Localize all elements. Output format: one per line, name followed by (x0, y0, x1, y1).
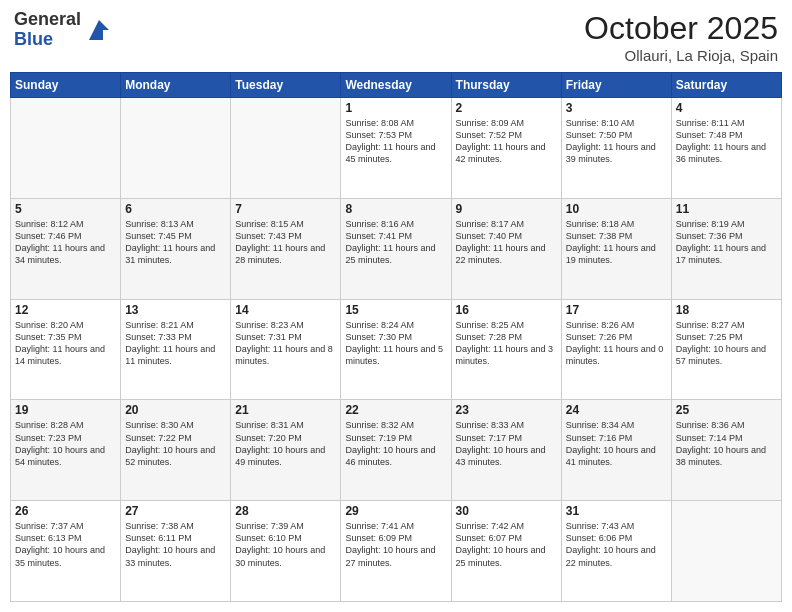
day-number: 21 (235, 403, 336, 417)
logo: General Blue (14, 10, 113, 50)
logo-icon (85, 16, 113, 44)
day-info: Sunrise: 8:34 AM Sunset: 7:16 PM Dayligh… (566, 419, 667, 468)
calendar-header-sunday: Sunday (11, 73, 121, 98)
page: General Blue October 2025 Ollauri, La Ri… (0, 0, 792, 612)
day-number: 22 (345, 403, 446, 417)
day-info: Sunrise: 8:19 AM Sunset: 7:36 PM Dayligh… (676, 218, 777, 267)
svg-marker-0 (89, 20, 109, 40)
calendar-cell: 31Sunrise: 7:43 AM Sunset: 6:06 PM Dayli… (561, 501, 671, 602)
day-info: Sunrise: 8:28 AM Sunset: 7:23 PM Dayligh… (15, 419, 116, 468)
calendar-cell: 26Sunrise: 7:37 AM Sunset: 6:13 PM Dayli… (11, 501, 121, 602)
calendar-cell: 17Sunrise: 8:26 AM Sunset: 7:26 PM Dayli… (561, 299, 671, 400)
calendar-week-row: 19Sunrise: 8:28 AM Sunset: 7:23 PM Dayli… (11, 400, 782, 501)
calendar-header-monday: Monday (121, 73, 231, 98)
calendar-cell: 9Sunrise: 8:17 AM Sunset: 7:40 PM Daylig… (451, 198, 561, 299)
day-number: 11 (676, 202, 777, 216)
calendar-week-row: 5Sunrise: 8:12 AM Sunset: 7:46 PM Daylig… (11, 198, 782, 299)
calendar-cell: 28Sunrise: 7:39 AM Sunset: 6:10 PM Dayli… (231, 501, 341, 602)
day-info: Sunrise: 7:42 AM Sunset: 6:07 PM Dayligh… (456, 520, 557, 569)
day-info: Sunrise: 8:08 AM Sunset: 7:53 PM Dayligh… (345, 117, 446, 166)
day-info: Sunrise: 8:09 AM Sunset: 7:52 PM Dayligh… (456, 117, 557, 166)
day-info: Sunrise: 8:24 AM Sunset: 7:30 PM Dayligh… (345, 319, 446, 368)
logo-general-text: General (14, 10, 81, 30)
day-info: Sunrise: 7:37 AM Sunset: 6:13 PM Dayligh… (15, 520, 116, 569)
calendar-cell (231, 98, 341, 199)
logo-blue-text: Blue (14, 30, 81, 50)
day-info: Sunrise: 8:16 AM Sunset: 7:41 PM Dayligh… (345, 218, 446, 267)
calendar-week-row: 12Sunrise: 8:20 AM Sunset: 7:35 PM Dayli… (11, 299, 782, 400)
calendar-cell (671, 501, 781, 602)
day-number: 23 (456, 403, 557, 417)
day-number: 18 (676, 303, 777, 317)
calendar-table: SundayMondayTuesdayWednesdayThursdayFrid… (10, 72, 782, 602)
calendar-cell: 6Sunrise: 8:13 AM Sunset: 7:45 PM Daylig… (121, 198, 231, 299)
day-info: Sunrise: 8:23 AM Sunset: 7:31 PM Dayligh… (235, 319, 336, 368)
calendar-cell: 7Sunrise: 8:15 AM Sunset: 7:43 PM Daylig… (231, 198, 341, 299)
calendar-header-friday: Friday (561, 73, 671, 98)
calendar-cell: 19Sunrise: 8:28 AM Sunset: 7:23 PM Dayli… (11, 400, 121, 501)
calendar-cell: 30Sunrise: 7:42 AM Sunset: 6:07 PM Dayli… (451, 501, 561, 602)
day-number: 2 (456, 101, 557, 115)
calendar-cell: 25Sunrise: 8:36 AM Sunset: 7:14 PM Dayli… (671, 400, 781, 501)
day-info: Sunrise: 8:27 AM Sunset: 7:25 PM Dayligh… (676, 319, 777, 368)
day-info: Sunrise: 8:25 AM Sunset: 7:28 PM Dayligh… (456, 319, 557, 368)
day-info: Sunrise: 7:39 AM Sunset: 6:10 PM Dayligh… (235, 520, 336, 569)
day-number: 10 (566, 202, 667, 216)
calendar-cell: 21Sunrise: 8:31 AM Sunset: 7:20 PM Dayli… (231, 400, 341, 501)
month-title: October 2025 (584, 10, 778, 47)
calendar-cell: 3Sunrise: 8:10 AM Sunset: 7:50 PM Daylig… (561, 98, 671, 199)
calendar-week-row: 1Sunrise: 8:08 AM Sunset: 7:53 PM Daylig… (11, 98, 782, 199)
calendar-cell: 8Sunrise: 8:16 AM Sunset: 7:41 PM Daylig… (341, 198, 451, 299)
day-number: 28 (235, 504, 336, 518)
day-info: Sunrise: 8:21 AM Sunset: 7:33 PM Dayligh… (125, 319, 226, 368)
calendar-cell: 11Sunrise: 8:19 AM Sunset: 7:36 PM Dayli… (671, 198, 781, 299)
day-number: 6 (125, 202, 226, 216)
day-number: 13 (125, 303, 226, 317)
calendar-cell: 15Sunrise: 8:24 AM Sunset: 7:30 PM Dayli… (341, 299, 451, 400)
calendar-cell: 16Sunrise: 8:25 AM Sunset: 7:28 PM Dayli… (451, 299, 561, 400)
location: Ollauri, La Rioja, Spain (584, 47, 778, 64)
calendar-cell: 2Sunrise: 8:09 AM Sunset: 7:52 PM Daylig… (451, 98, 561, 199)
day-number: 19 (15, 403, 116, 417)
calendar-cell: 10Sunrise: 8:18 AM Sunset: 7:38 PM Dayli… (561, 198, 671, 299)
title-area: October 2025 Ollauri, La Rioja, Spain (584, 10, 778, 64)
calendar-header-wednesday: Wednesday (341, 73, 451, 98)
day-info: Sunrise: 8:31 AM Sunset: 7:20 PM Dayligh… (235, 419, 336, 468)
day-number: 4 (676, 101, 777, 115)
calendar-cell: 13Sunrise: 8:21 AM Sunset: 7:33 PM Dayli… (121, 299, 231, 400)
day-number: 29 (345, 504, 446, 518)
day-info: Sunrise: 8:26 AM Sunset: 7:26 PM Dayligh… (566, 319, 667, 368)
day-number: 1 (345, 101, 446, 115)
calendar-cell: 1Sunrise: 8:08 AM Sunset: 7:53 PM Daylig… (341, 98, 451, 199)
calendar-cell: 22Sunrise: 8:32 AM Sunset: 7:19 PM Dayli… (341, 400, 451, 501)
day-number: 15 (345, 303, 446, 317)
day-info: Sunrise: 8:11 AM Sunset: 7:48 PM Dayligh… (676, 117, 777, 166)
day-info: Sunrise: 8:10 AM Sunset: 7:50 PM Dayligh… (566, 117, 667, 166)
day-info: Sunrise: 8:18 AM Sunset: 7:38 PM Dayligh… (566, 218, 667, 267)
calendar-cell: 29Sunrise: 7:41 AM Sunset: 6:09 PM Dayli… (341, 501, 451, 602)
calendar-header-thursday: Thursday (451, 73, 561, 98)
day-number: 25 (676, 403, 777, 417)
day-number: 31 (566, 504, 667, 518)
day-number: 24 (566, 403, 667, 417)
day-number: 30 (456, 504, 557, 518)
calendar-header-tuesday: Tuesday (231, 73, 341, 98)
day-info: Sunrise: 8:15 AM Sunset: 7:43 PM Dayligh… (235, 218, 336, 267)
day-info: Sunrise: 8:13 AM Sunset: 7:45 PM Dayligh… (125, 218, 226, 267)
calendar-cell: 14Sunrise: 8:23 AM Sunset: 7:31 PM Dayli… (231, 299, 341, 400)
day-number: 17 (566, 303, 667, 317)
day-info: Sunrise: 7:41 AM Sunset: 6:09 PM Dayligh… (345, 520, 446, 569)
day-info: Sunrise: 8:30 AM Sunset: 7:22 PM Dayligh… (125, 419, 226, 468)
day-number: 7 (235, 202, 336, 216)
day-number: 12 (15, 303, 116, 317)
day-number: 20 (125, 403, 226, 417)
day-info: Sunrise: 8:12 AM Sunset: 7:46 PM Dayligh… (15, 218, 116, 267)
calendar-header-saturday: Saturday (671, 73, 781, 98)
day-number: 16 (456, 303, 557, 317)
day-number: 5 (15, 202, 116, 216)
day-number: 27 (125, 504, 226, 518)
calendar-cell: 18Sunrise: 8:27 AM Sunset: 7:25 PM Dayli… (671, 299, 781, 400)
calendar-week-row: 26Sunrise: 7:37 AM Sunset: 6:13 PM Dayli… (11, 501, 782, 602)
calendar-cell: 27Sunrise: 7:38 AM Sunset: 6:11 PM Dayli… (121, 501, 231, 602)
day-number: 8 (345, 202, 446, 216)
